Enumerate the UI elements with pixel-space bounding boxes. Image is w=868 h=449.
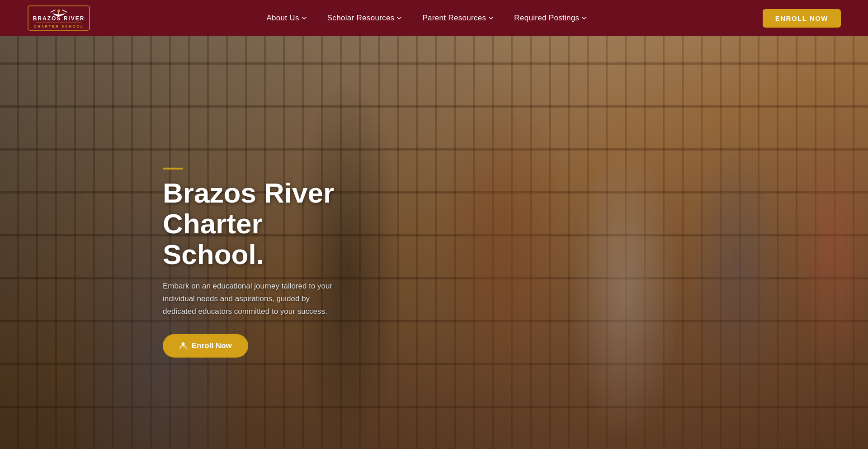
chevron-down-icon bbox=[397, 16, 401, 20]
nav-links: About Us Scholar Resources Parent Resour… bbox=[90, 10, 763, 26]
chevron-down-icon bbox=[489, 16, 493, 20]
hero-enroll-button[interactable]: Enroll Now bbox=[163, 334, 248, 358]
svg-point-3 bbox=[57, 9, 60, 12]
enroll-now-button[interactable]: ENROLL NOW bbox=[763, 9, 841, 28]
navbar: BRAZOS RIVER CHARTER SCHOOL About Us Sch… bbox=[0, 0, 868, 36]
nav-item-required-postings[interactable]: Required Postings bbox=[506, 10, 594, 26]
hero-title: Brazos River Charter School. bbox=[163, 177, 353, 270]
nav-label-scholar-resources: Scholar Resources bbox=[327, 14, 395, 23]
hero-accent-line bbox=[163, 167, 183, 169]
hero-content: Brazos River Charter School. Embark on a… bbox=[163, 167, 353, 358]
hero-section: Brazos River Charter School. Embark on a… bbox=[0, 0, 868, 449]
nav-item-parent-resources[interactable]: Parent Resources bbox=[414, 10, 501, 26]
svg-line-2 bbox=[62, 10, 67, 12]
svg-text:CHARTER SCHOOL: CHARTER SCHOOL bbox=[34, 24, 84, 28]
hero-subtitle: Embark on an educational journey tailore… bbox=[163, 280, 335, 318]
svg-text:BRAZOS RIVER: BRAZOS RIVER bbox=[33, 15, 85, 22]
nav-label-required-postings: Required Postings bbox=[514, 14, 579, 23]
person-icon bbox=[179, 342, 187, 350]
nav-item-about-us[interactable]: About Us bbox=[258, 10, 314, 26]
logo[interactable]: BRAZOS RIVER CHARTER SCHOOL bbox=[27, 5, 90, 32]
chevron-down-icon bbox=[302, 16, 307, 20]
nav-item-scholar-resources[interactable]: Scholar Resources bbox=[319, 10, 410, 26]
chevron-down-icon bbox=[582, 16, 586, 20]
svg-line-1 bbox=[51, 10, 55, 12]
hero-overlay bbox=[0, 0, 868, 449]
nav-label-parent-resources: Parent Resources bbox=[422, 14, 486, 23]
svg-point-8 bbox=[182, 342, 185, 345]
logo-area[interactable]: BRAZOS RIVER CHARTER SCHOOL bbox=[27, 5, 90, 32]
nav-label-about-us: About Us bbox=[266, 14, 299, 23]
